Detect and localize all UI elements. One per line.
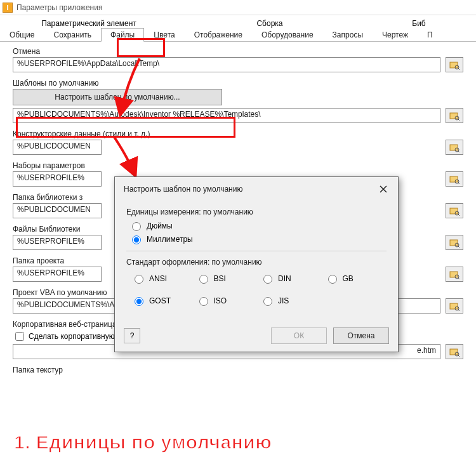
paramsets-input[interactable]: %USERPROFILE% bbox=[13, 171, 102, 187]
libfiles-browse-button[interactable] bbox=[446, 235, 463, 250]
browse-icon bbox=[449, 110, 459, 121]
svg-rect-12 bbox=[450, 208, 458, 214]
browse-icon bbox=[449, 237, 459, 248]
radio-gost[interactable] bbox=[135, 297, 143, 306]
templates-browse-button[interactable] bbox=[446, 108, 463, 123]
app-icon: I bbox=[3, 3, 13, 13]
radio-jis-label: JIS bbox=[278, 296, 289, 305]
svg-line-17 bbox=[458, 246, 459, 248]
configure-template-dialog: Настроить шаблон по умолчанию Единицы из… bbox=[114, 176, 399, 352]
tab-files[interactable]: Файлы bbox=[101, 28, 144, 42]
libfolder-browse-button[interactable] bbox=[446, 203, 463, 218]
project-input[interactable]: %USERPROFILE% bbox=[13, 267, 102, 282]
radio-gost-label: GOST bbox=[149, 296, 171, 305]
svg-line-11 bbox=[458, 183, 459, 184]
corp-browse-button[interactable] bbox=[446, 344, 463, 359]
svg-rect-24 bbox=[450, 349, 458, 355]
svg-line-5 bbox=[458, 119, 459, 121]
dialog-close-button[interactable] bbox=[378, 183, 389, 195]
libfiles-input[interactable]: %USERPROFILE% bbox=[13, 235, 102, 250]
svg-line-8 bbox=[458, 151, 459, 152]
tab-p[interactable]: П bbox=[418, 28, 442, 41]
radio-gb[interactable] bbox=[328, 275, 337, 284]
svg-line-20 bbox=[458, 278, 459, 279]
paramsets-label: Наборы параметров bbox=[13, 161, 463, 170]
annotation-text: 1. Единицы по умолчанию bbox=[14, 432, 272, 453]
svg-rect-0 bbox=[450, 62, 458, 68]
browse-icon bbox=[449, 347, 459, 357]
tab-display[interactable]: Отображение bbox=[185, 28, 252, 41]
svg-rect-15 bbox=[450, 240, 458, 246]
close-icon bbox=[380, 185, 387, 193]
svg-line-2 bbox=[458, 69, 459, 70]
dialog-title: Настроить шаблон по умолчанию bbox=[124, 185, 242, 194]
radio-iso[interactable] bbox=[199, 297, 208, 306]
help-icon: ? bbox=[130, 331, 135, 340]
window-title: Параметры приложения bbox=[17, 3, 102, 12]
tabs-row: Общие Сохранить Файлы Цвета Отображение … bbox=[0, 28, 476, 42]
undo-browse-button[interactable] bbox=[446, 57, 463, 72]
svg-line-14 bbox=[458, 215, 459, 216]
svg-line-23 bbox=[458, 310, 459, 311]
radio-din[interactable] bbox=[263, 275, 272, 284]
divider bbox=[126, 251, 387, 251]
tab-prompts[interactable]: Запросы bbox=[323, 28, 373, 41]
arrow-to-button bbox=[114, 58, 152, 124]
vba-browse-button[interactable] bbox=[446, 298, 463, 314]
tab-group-param: Параметрический элемент bbox=[0, 19, 178, 28]
radio-bsi[interactable] bbox=[199, 275, 208, 284]
svg-rect-18 bbox=[450, 272, 458, 277]
tab-hardware[interactable]: Оборудование bbox=[252, 28, 323, 41]
browse-icon bbox=[449, 174, 459, 184]
radio-mm-label: Миллиметры bbox=[147, 235, 193, 244]
browse-icon bbox=[449, 269, 459, 279]
browse-icon bbox=[449, 60, 459, 70]
tab-drawing[interactable]: Чертеж bbox=[373, 28, 418, 41]
dialog-help-button[interactable]: ? bbox=[124, 328, 140, 343]
svg-rect-9 bbox=[450, 176, 458, 182]
templates-label: Шаблоны по умолчанию bbox=[13, 79, 463, 88]
tab-group-labels: Параметрический элемент Сборка Биб bbox=[0, 19, 476, 28]
design-label: Конструкторские данные (стили и т. д.) bbox=[13, 129, 463, 138]
radio-jis[interactable] bbox=[263, 297, 272, 306]
design-input[interactable]: %PUBLICDOCUMEN bbox=[13, 140, 102, 155]
templates-input[interactable]: %PUBLICDOCUMENTS%\Autodesk\Inventor %REL… bbox=[13, 108, 440, 123]
dialog-cancel-button[interactable]: Отмена bbox=[333, 327, 389, 344]
browse-icon bbox=[449, 301, 459, 311]
svg-rect-21 bbox=[450, 303, 458, 309]
design-browse-button[interactable] bbox=[446, 140, 463, 155]
undo-input[interactable]: %USERPROFILE%\AppData\Local\Temp\ bbox=[13, 57, 440, 72]
tab-general[interactable]: Общие bbox=[0, 28, 44, 41]
browse-icon bbox=[449, 206, 459, 216]
radio-inches-label: Дюймы bbox=[147, 221, 173, 230]
project-browse-button[interactable] bbox=[446, 267, 463, 282]
radio-ansi-label: ANSI bbox=[149, 274, 167, 283]
paramsets-browse-button[interactable] bbox=[446, 171, 463, 187]
tab-save[interactable]: Сохранить bbox=[44, 28, 101, 41]
libfolder-input[interactable]: %PUBLICDOCUMEN bbox=[13, 203, 102, 218]
radio-gb-label: GB bbox=[343, 274, 354, 283]
dialog-ok-button[interactable]: ОК bbox=[271, 327, 327, 344]
corp-homepage-checkbox[interactable] bbox=[15, 332, 24, 341]
units-section-label: Единицы измерения: по умолчанию bbox=[126, 208, 387, 216]
svg-line-26 bbox=[458, 355, 459, 357]
tab-group-lib: Биб bbox=[362, 19, 476, 28]
textures-label: Папка текстур bbox=[13, 366, 463, 374]
tab-colors[interactable]: Цвета bbox=[144, 28, 184, 41]
radio-inches[interactable] bbox=[132, 222, 141, 231]
radio-mm[interactable] bbox=[132, 235, 141, 244]
undo-label: Отмена bbox=[13, 47, 463, 56]
tab-group-assembly: Сборка bbox=[178, 19, 362, 28]
radio-ansi[interactable] bbox=[135, 275, 143, 284]
standard-section-label: Стандарт оформления: по умолчанию bbox=[126, 258, 387, 267]
radio-din-label: DIN bbox=[278, 274, 291, 283]
radio-bsi-label: BSI bbox=[214, 274, 226, 283]
svg-rect-6 bbox=[450, 145, 458, 150]
svg-rect-3 bbox=[450, 113, 458, 119]
browse-icon bbox=[449, 142, 459, 152]
titlebar: I Параметры приложения bbox=[0, 0, 476, 15]
radio-iso-label: ISO bbox=[214, 296, 227, 305]
